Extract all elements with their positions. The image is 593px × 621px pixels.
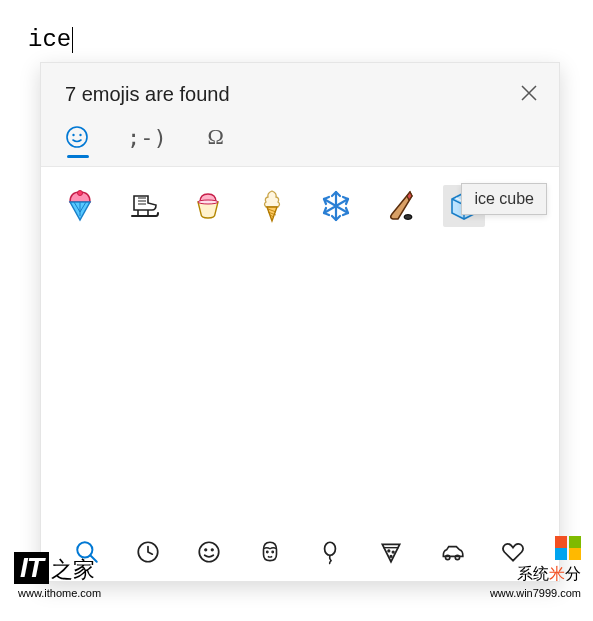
smiley-icon <box>196 539 222 565</box>
svg-point-15 <box>392 551 394 553</box>
tab-emoji[interactable] <box>65 125 91 157</box>
svg-point-12 <box>271 551 273 553</box>
svg-point-11 <box>266 551 268 553</box>
emoji-soft-ice-cream[interactable] <box>251 185 293 227</box>
watermark-win7999: 系统米分 www.win7999.com <box>490 536 581 599</box>
search-query-text: ice <box>28 26 71 53</box>
person-icon <box>257 539 283 565</box>
svg-point-14 <box>388 550 390 552</box>
microsoft-logo-icon <box>490 536 581 548</box>
category-transport[interactable] <box>437 537 467 567</box>
category-celebration[interactable] <box>315 537 345 567</box>
tab-symbols[interactable]: Ω <box>203 124 229 158</box>
watermark-ithome: IT之家 www.ithome.com <box>14 552 101 599</box>
watermark-ithome-suffix: 之家 <box>51 557 95 582</box>
category-food[interactable] <box>376 537 406 567</box>
search-query[interactable]: ice <box>28 26 73 53</box>
emoji-snowflake[interactable] <box>315 185 357 227</box>
emoji-shaved-ice[interactable] <box>59 185 101 227</box>
panel-header: 7 emojis are found ;-) Ω <box>41 63 559 167</box>
emoji-categories <box>41 537 559 567</box>
watermark-brand: 系统米分 <box>490 564 581 585</box>
svg-point-16 <box>390 555 392 557</box>
svg-point-5 <box>404 215 412 220</box>
svg-point-0 <box>67 127 87 147</box>
watermark-ithome-url: www.ithome.com <box>18 587 101 599</box>
svg-point-10 <box>211 549 213 551</box>
watermark-right-url: www.win7999.com <box>490 587 581 599</box>
svg-point-3 <box>78 191 83 196</box>
emoji-ice-hockey[interactable] <box>379 185 421 227</box>
svg-point-4 <box>198 200 218 204</box>
watermark-ithome-logo: IT <box>14 552 49 584</box>
svg-point-8 <box>199 542 219 562</box>
clock-icon <box>135 539 161 565</box>
category-smileys[interactable] <box>194 537 224 567</box>
svg-point-17 <box>445 555 449 559</box>
svg-point-18 <box>455 555 459 559</box>
tab-kaomoji[interactable]: ;-) <box>127 125 167 158</box>
emoji-ice-skate[interactable] <box>123 185 165 227</box>
close-icon <box>517 81 541 105</box>
pizza-icon <box>378 539 404 565</box>
input-type-tabs: ;-) Ω <box>65 124 535 166</box>
svg-point-2 <box>79 134 81 136</box>
smile-icon <box>65 125 89 149</box>
emoji-tooltip: ice cube <box>461 183 547 215</box>
emoji-picker-panel: 7 emojis are found ;-) Ω ice cube <box>40 62 560 582</box>
svg-point-13 <box>325 542 336 555</box>
svg-point-9 <box>205 549 207 551</box>
svg-point-1 <box>72 134 74 136</box>
balloon-icon <box>317 539 343 565</box>
category-recent[interactable] <box>133 537 163 567</box>
microsoft-logo-icon-row2 <box>490 548 581 560</box>
text-cursor <box>72 27 73 53</box>
close-button[interactable] <box>517 81 541 105</box>
car-icon <box>439 539 465 565</box>
emoji-ice-cream[interactable] <box>187 185 229 227</box>
category-people[interactable] <box>255 537 285 567</box>
results-count-label: 7 emojis are found <box>65 83 535 106</box>
